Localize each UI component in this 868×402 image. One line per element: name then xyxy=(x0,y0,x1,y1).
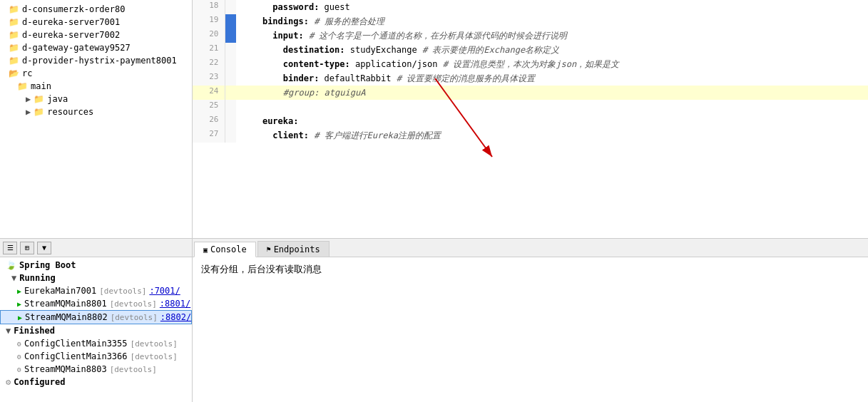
expand-finished-icon: ▼ xyxy=(6,326,11,336)
devtools-tag-stream8801: [devtools] xyxy=(110,299,157,309)
sidebar: 📁 d-consumerzk-order80 📁 d-eureka-server… xyxy=(0,0,193,238)
code-line-21: 21 destination: studyExchange # 表示要使用的Ex… xyxy=(193,43,868,57)
sidebar-item-eureka7001[interactable]: 📁 d-eureka-server7001 xyxy=(0,16,192,29)
code-line-25: 25 xyxy=(193,100,868,114)
code-line-19: 19 bindings: # 服务的整合处理 xyxy=(193,14,868,29)
devtools-tag-config3366: [devtools] xyxy=(131,352,178,361)
port-link-stream8801[interactable]: :8801/ xyxy=(160,299,190,309)
expand-running-icon: ▼ xyxy=(11,273,16,283)
folder-icon: 📁 xyxy=(9,43,19,53)
folder-icon: 📁 xyxy=(9,56,19,66)
bottom-panel: ☰ ⊞ ▼ 🍃 Spring Boot ▼ Running ▶ Eu xyxy=(0,238,868,402)
process-name-config3366: ConfigClientMain3366 xyxy=(24,351,128,361)
bottom-right-panel: ▣ Console ⚑ Endpoints 没有分组，后台没有读取消息 xyxy=(193,239,868,402)
finished-icon-stream8803: ⚙ xyxy=(17,366,21,373)
code-lines: 18 password: guest 19 bindings: # 服务的整合处… xyxy=(193,0,868,143)
code-line-23: 23 binder: defaultRabbit # 设置要绑定的消息服务的具体… xyxy=(193,71,868,86)
list-item-eureka7001[interactable]: ▶ EurekaMain7001 [devtools] :7001/ xyxy=(0,284,192,297)
finished-section: ▼ Finished xyxy=(0,324,192,337)
sidebar-item-rc[interactable]: 📂 rc xyxy=(0,67,192,80)
sidebar-file-tree: 📁 d-consumerzk-order80 📁 d-eureka-server… xyxy=(0,0,192,143)
code-line-26: 26 eureka: xyxy=(193,114,868,128)
toolbar-table-btn[interactable]: ⊞ xyxy=(20,242,34,254)
folder-icon: 📁 xyxy=(9,17,19,27)
sidebar-item-consumerzk[interactable]: 📁 d-consumerzk-order80 xyxy=(0,3,192,16)
expand-icon: ▶ xyxy=(26,94,31,104)
expand-icon: ▶ xyxy=(26,107,31,117)
list-item-stream8803[interactable]: ⚙ StreamMQMain8803 [devtools] xyxy=(0,363,192,376)
list-item-config3355[interactable]: ⚙ ConfigClientMain3355 [devtools] xyxy=(0,337,192,350)
folder-icon: 📁 xyxy=(34,107,44,117)
spring-boot-label: Spring Boot xyxy=(19,260,76,270)
finished-icon-config3355: ⚙ xyxy=(17,340,21,348)
code-line-18: 18 password: guest xyxy=(193,0,868,14)
tab-endpoints[interactable]: ⚑ Endpoints xyxy=(257,241,330,257)
console-message: 没有分组，后台没有读取消息 xyxy=(201,264,322,274)
tab-bar: ▣ Console ⚑ Endpoints xyxy=(193,239,868,257)
bottom-split: ☰ ⊞ ▼ 🍃 Spring Boot ▼ Running ▶ Eu xyxy=(0,239,868,402)
bottom-left-panel: ☰ ⊞ ▼ 🍃 Spring Boot ▼ Running ▶ Eu xyxy=(0,239,193,402)
process-name-config3355: ConfigClientMain3355 xyxy=(24,339,128,349)
folder-open-icon: 📂 xyxy=(9,68,19,78)
folder-icon: 📁 xyxy=(17,81,28,91)
code-line-20: 20 input: # 这个名字是一个通道的名称，在分析具体源代码的时候会进行说… xyxy=(193,29,868,43)
code-line-27: 27 client: # 客户端进行Eureka注册的配置 xyxy=(193,128,868,143)
run-icon-stream8801: ▶ xyxy=(17,300,21,308)
code-editor-area: 18 password: guest 19 bindings: # 服务的整合处… xyxy=(193,0,868,238)
port-link-eureka7001[interactable]: :7001/ xyxy=(149,286,180,296)
sidebar-item-resources[interactable]: ▶ 📁 resources xyxy=(0,105,192,118)
code-editor[interactable]: 18 password: guest 19 bindings: # 服务的整合处… xyxy=(193,0,868,238)
process-name-stream8802: StreamMQMain8802 xyxy=(25,312,108,322)
process-name-eureka7001: EurekaMain7001 xyxy=(24,286,96,296)
sidebar-item-provider[interactable]: 📁 d-provider-hystrix-payment8001 xyxy=(0,54,192,67)
port-link-stream8802[interactable]: :8802/ xyxy=(160,312,191,322)
running-label: Running xyxy=(19,273,56,283)
devtools-tag-stream8802: [devtools] xyxy=(111,313,158,322)
devtools-tag-stream8803: [devtools] xyxy=(110,365,157,374)
console-content: 没有分组，后台没有读取消息 xyxy=(193,257,868,402)
configured-section: ⚙ Configured xyxy=(0,376,192,388)
run-icon-eureka7001: ▶ xyxy=(17,287,21,295)
sidebar-item-gateway[interactable]: 📁 d-gateway-gateway9527 xyxy=(0,41,192,54)
running-section: ▼ Running xyxy=(0,272,192,284)
sidebar-item-java[interactable]: ▶ 📁 java xyxy=(0,93,192,105)
endpoints-tab-icon: ⚑ xyxy=(267,245,271,253)
folder-icon: 📁 xyxy=(9,30,19,40)
spring-boot-section: 🍃 Spring Boot xyxy=(0,259,192,272)
main-area: 📁 d-consumerzk-order80 📁 d-eureka-server… xyxy=(0,0,868,238)
gear-icon: ⚙ xyxy=(6,377,11,387)
configured-label: Configured xyxy=(14,377,65,387)
console-tab-icon: ▣ xyxy=(203,246,208,254)
devtools-tag-config3355: [devtools] xyxy=(131,339,178,349)
tab-console[interactable]: ▣ Console xyxy=(194,242,256,257)
devtools-tag-eureka7001: [devtools] xyxy=(99,287,146,296)
toolbar-list-btn[interactable]: ☰ xyxy=(3,242,17,254)
process-name-stream8801: StreamMQMain8801 xyxy=(24,299,107,309)
endpoints-tab-label: Endpoints xyxy=(274,244,320,254)
bottom-toolbar: ☰ ⊞ ▼ xyxy=(0,239,192,257)
code-line-24: 24 #group: atguiguA xyxy=(193,86,868,100)
spring-boot-icon: 🍃 xyxy=(6,260,16,270)
list-item-stream8802[interactable]: ▶ StreamMQMain8802 [devtools] :8802/ xyxy=(0,310,192,324)
console-tab-label: Console xyxy=(210,244,247,254)
sidebar-item-eureka7002[interactable]: 📁 d-eureka-server7002 xyxy=(0,29,192,41)
toolbar-filter-btn[interactable]: ▼ xyxy=(37,242,51,254)
list-item-stream8801[interactable]: ▶ StreamMQMain8801 [devtools] :8801/ xyxy=(0,297,192,310)
process-name-stream8803: StreamMQMain8803 xyxy=(24,364,107,374)
code-line-22: 22 content-type: application/json # 设置消息… xyxy=(193,57,868,71)
list-item-config3366[interactable]: ⚙ ConfigClientMain3366 [devtools] xyxy=(0,350,192,363)
run-icon-stream8802: ▶ xyxy=(18,314,22,321)
folder-icon: 📁 xyxy=(9,4,19,14)
finished-label: Finished xyxy=(14,326,55,336)
folder-icon: 📁 xyxy=(34,94,44,104)
bottom-list: 🍃 Spring Boot ▼ Running ▶ EurekaMain7001… xyxy=(0,257,192,402)
sidebar-item-main[interactable]: 📁 main xyxy=(0,80,192,93)
finished-icon-config3366: ⚙ xyxy=(17,353,21,361)
